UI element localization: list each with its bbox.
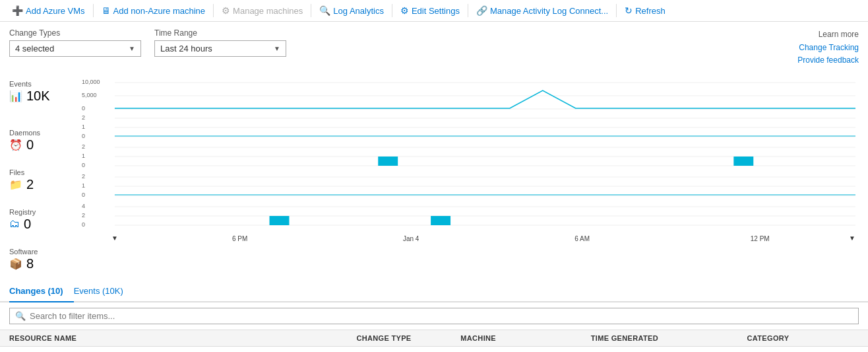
svg-text:6 PM: 6 PM <box>232 235 247 242</box>
add-azure-vms-icon: ➕ <box>12 5 23 16</box>
svg-text:2: 2 <box>82 212 85 219</box>
edit-settings-button[interactable]: ⚙ Edit Settings <box>394 3 466 18</box>
separator-6 <box>616 4 617 17</box>
tab-events-label: Events (10K) <box>74 286 123 296</box>
time-range-group: Time Range Last 24 hours ▼ <box>154 28 286 57</box>
cell-change-type: 📁 Files <box>347 347 451 352</box>
col-header-resource-name: RESOURCE NAME <box>0 330 347 347</box>
data-table: RESOURCE NAME CHANGE TYPE MACHINE TIME G… <box>0 330 868 352</box>
stat-daemons-value: 0 <box>26 138 34 151</box>
provide-feedback-link[interactable]: Provide feedback <box>797 54 859 67</box>
svg-text:6 AM: 6 AM <box>574 235 590 242</box>
stat-daemons-label: Daemons <box>9 129 82 137</box>
col-header-change-type: CHANGE TYPE <box>347 330 451 347</box>
files-icon: 📁 <box>9 178 22 191</box>
refresh-icon: ↻ <box>625 5 633 16</box>
separator-5 <box>468 4 468 17</box>
svg-text:0: 0 <box>82 133 85 139</box>
manage-machines-label: Manage machines <box>233 6 303 16</box>
refresh-label: Refresh <box>635 6 666 16</box>
log-analytics-icon: 🔍 <box>319 5 330 16</box>
tab-changes[interactable]: Changes (10) <box>9 281 74 302</box>
stat-registry-label: Registry <box>9 208 82 216</box>
svg-text:0: 0 <box>82 221 85 228</box>
software-icon: 📦 <box>9 258 22 270</box>
svg-text:12 PM: 12 PM <box>751 235 770 242</box>
svg-rect-35 <box>431 216 450 225</box>
stat-software-value-row: 📦 8 <box>9 257 82 270</box>
stat-registry: Registry 🗂 0 <box>9 205 82 234</box>
separator-4 <box>392 4 392 17</box>
stat-files-value-row: 📁 2 <box>9 178 82 191</box>
change-tracking-link[interactable]: Change Tracking <box>799 42 859 54</box>
chart-svg: 10,000 5,000 0 2 1 0 2 1 0 <box>82 77 859 249</box>
manage-activity-label: Manage Activity Log Connect... <box>490 6 608 16</box>
stat-files-value: 2 <box>26 178 34 191</box>
edit-settings-icon: ⚙ <box>400 5 409 16</box>
search-input[interactable] <box>30 311 853 321</box>
change-types-label: Change Types <box>9 28 141 38</box>
svg-rect-34 <box>270 216 290 225</box>
svg-rect-20 <box>733 157 753 166</box>
events-icon: 📊 <box>9 90 22 102</box>
svg-rect-19 <box>378 157 398 166</box>
change-types-group: Change Types 4 selected ▼ <box>9 28 141 57</box>
stat-software-label: Software <box>9 248 82 256</box>
table-header: RESOURCE NAME CHANGE TYPE MACHINE TIME G… <box>0 330 868 347</box>
add-azure-vms-label: Add Azure VMs <box>26 6 85 16</box>
svg-text:Jan 4: Jan 4 <box>403 235 419 242</box>
cell-machine: Marketing1 <box>451 347 581 352</box>
add-non-azure-button[interactable]: 🖥 Add non-Azure machine <box>95 3 212 18</box>
manage-machines-button: ⚙ Manage machines <box>215 3 309 18</box>
toolbar: ➕ Add Azure VMs 🖥 Add non-Azure machine … <box>0 0 868 22</box>
table-row[interactable]: c:\windows\system32\drivers\etc\hosts 📁 … <box>0 347 868 352</box>
stat-software-value: 8 <box>26 257 34 270</box>
tab-changes-label: Changes (10) <box>9 286 63 296</box>
manage-machines-icon: ⚙ <box>222 5 230 16</box>
separator-2 <box>213 4 214 17</box>
add-non-azure-icon: 🖥 <box>102 5 111 16</box>
table-body: c:\windows\system32\drivers\etc\hosts 📁 … <box>0 347 868 352</box>
stat-registry-value-row: 🗂 0 <box>9 217 82 230</box>
edit-settings-label: Edit Settings <box>412 6 460 16</box>
time-range-dropdown[interactable]: Last 24 hours ▼ <box>154 40 286 57</box>
log-analytics-button[interactable]: 🔍 Log Analytics <box>313 3 390 18</box>
svg-text:4: 4 <box>82 203 85 209</box>
stat-registry-value: 0 <box>24 217 31 230</box>
tab-events[interactable]: Events (10K) <box>74 281 134 302</box>
time-range-value: Last 24 hours <box>160 44 212 53</box>
stat-events: Events 📊 10K <box>9 77 82 112</box>
svg-text:5,000: 5,000 <box>82 92 96 98</box>
svg-text:2: 2 <box>82 143 85 150</box>
add-non-azure-label: Add non-Azure machine <box>113 6 205 16</box>
refresh-button[interactable]: ↻ Refresh <box>618 3 672 18</box>
registry-icon: 🗂 <box>9 218 20 230</box>
change-types-dropdown[interactable]: 4 selected ▼ <box>9 40 141 57</box>
change-types-arrow-icon: ▼ <box>129 45 135 52</box>
svg-text:0: 0 <box>82 105 85 112</box>
stat-files: Files 📁 2 <box>9 166 82 195</box>
svg-text:1: 1 <box>82 182 85 189</box>
log-analytics-label: Log Analytics <box>333 6 384 16</box>
manage-activity-button[interactable]: 🔗 Manage Activity Log Connect... <box>470 3 615 18</box>
stat-events-value-row: 📊 10K <box>9 89 82 102</box>
change-types-value: 4 selected <box>15 44 54 53</box>
stat-events-value: 10K <box>26 89 50 102</box>
add-azure-vms-button[interactable]: ➕ Add Azure VMs <box>5 3 92 18</box>
separator-1 <box>93 4 94 17</box>
controls-row: Change Types 4 selected ▼ Time Range Las… <box>0 22 868 71</box>
svg-text:▼: ▼ <box>849 234 855 242</box>
stat-daemons-value-row: ⏰ 0 <box>9 138 82 151</box>
tabs-row: Changes (10) Events (10K) <box>0 281 868 302</box>
search-icon: 🔍 <box>15 311 26 321</box>
cell-time-generated: 1/4/2019, 12:34 PM <box>582 347 738 352</box>
col-header-machine: MACHINE <box>451 330 581 347</box>
chart-container: Events 📊 10K Daemons ⏰ 0 Files 📁 2 Regis… <box>0 71 868 281</box>
svg-text:2: 2 <box>82 173 85 180</box>
svg-text:1: 1 <box>82 153 85 159</box>
learn-more-title: Learn more <box>819 30 859 39</box>
col-header-time-generated: TIME GENERATED <box>582 330 738 347</box>
col-header-category: CATEGORY <box>738 330 868 347</box>
time-range-arrow-icon: ▼ <box>274 45 280 52</box>
cell-category: Modified <box>738 347 868 352</box>
